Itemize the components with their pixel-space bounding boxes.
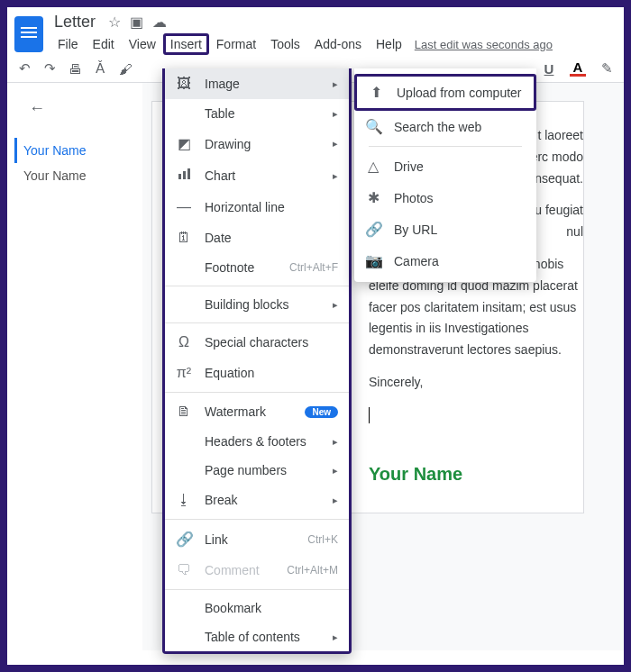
docs-logo-icon[interactable] [14, 16, 43, 52]
insert-drawing[interactable]: ◩ Drawing ▸ [165, 128, 349, 159]
drawing-icon: ◩ [176, 135, 192, 152]
insert-bookmark[interactable]: Bookmark [165, 594, 349, 622]
outline-back-icon[interactable]: ← [14, 99, 135, 118]
insert-link[interactable]: 🔗 Link Ctrl+K [165, 523, 349, 555]
menu-label: Photos [394, 191, 434, 205]
separator [369, 146, 522, 147]
image-by-url[interactable]: 🔗 By URL [354, 213, 536, 245]
menu-help[interactable]: Help [369, 33, 409, 55]
image-camera[interactable]: 📷 Camera [354, 245, 536, 277]
menu-label: Equation [205, 366, 254, 380]
paint-format-icon[interactable]: 🖌 [117, 61, 133, 77]
print-icon[interactable]: 🖶 [67, 61, 83, 77]
highlight-icon[interactable]: ✎ [599, 60, 615, 77]
menu-label: Image [205, 77, 240, 91]
insert-special-characters[interactable]: Ω Special characters [165, 327, 349, 358]
shortcut-text: Ctrl+Alt+F [289, 261, 338, 274]
menu-tools[interactable]: Tools [263, 33, 307, 55]
menu-label: By URL [394, 222, 437, 237]
insert-image[interactable]: 🖼 Image ▸ [165, 68, 349, 99]
chevron-right-icon: ▸ [333, 138, 338, 150]
image-search-web[interactable]: 🔍 Search the web [354, 111, 536, 142]
menu-file[interactable]: File [50, 33, 86, 55]
shortcut-text: Ctrl+Alt+M [287, 564, 338, 577]
shortcut-text: Ctrl+K [307, 533, 338, 546]
insert-equation[interactable]: π² Equation [165, 358, 349, 388]
text-color-button[interactable]: A [570, 60, 586, 77]
camera-icon: 📷 [365, 252, 381, 269]
insert-dropdown: 🖼 Image ▸ Table ▸ ◩ Drawing ▸ Chart ▸ ― … [162, 68, 352, 654]
watermark-icon: 🗎 [176, 404, 192, 420]
star-icon[interactable]: ☆ [108, 14, 121, 31]
chevron-right-icon: ▸ [333, 436, 338, 448]
calendar-icon: 🗓 [176, 230, 192, 246]
move-icon[interactable]: ▣ [130, 14, 143, 31]
menu-label: Watermark [205, 404, 266, 419]
menu-label: Bookmark [205, 601, 261, 615]
menu-bar: File Edit View Insert Format Tools Add-o… [50, 33, 553, 55]
insert-table[interactable]: Table ▸ [165, 99, 349, 128]
menu-label: Headers & footers [205, 434, 306, 449]
insert-headers-footers[interactable]: Headers & footers ▸ [165, 427, 349, 456]
chevron-right-icon: ▸ [333, 495, 338, 506]
menu-addons[interactable]: Add-ons [307, 33, 369, 55]
menu-format[interactable]: Format [209, 33, 263, 55]
chart-icon [176, 167, 192, 185]
search-icon: 🔍 [365, 118, 381, 135]
insert-comment: 🗨 Comment Ctrl+Alt+M [165, 555, 349, 586]
separator [165, 286, 349, 286]
insert-chart[interactable]: Chart ▸ [165, 159, 349, 192]
insert-break[interactable]: ⭳ Break ▸ [165, 485, 349, 515]
menu-label: Drawing [205, 137, 251, 151]
image-upload-from-computer[interactable]: ⬆ Upload from computer [354, 74, 536, 111]
image-drive[interactable]: △ Drive [354, 150, 536, 182]
separator [165, 519, 349, 520]
text-cursor [369, 407, 370, 423]
menu-label: Building blocks [205, 297, 288, 312]
outline-item[interactable]: Your Name [14, 163, 135, 188]
cloud-status-icon[interactable]: ☁ [152, 14, 167, 31]
menu-label: Break [205, 493, 238, 507]
hline-icon: ― [176, 199, 192, 215]
menu-edit[interactable]: Edit [86, 33, 122, 55]
insert-building-blocks[interactable]: Building blocks ▸ [165, 290, 349, 319]
comment-icon: 🗨 [176, 562, 192, 578]
document-title[interactable]: Letter [50, 13, 99, 32]
menu-label: Camera [394, 254, 439, 268]
chevron-right-icon: ▸ [333, 170, 338, 182]
menu-label: Comment [205, 563, 260, 577]
chevron-right-icon: ▸ [333, 299, 338, 311]
menu-label: Horizontal line [205, 200, 285, 214]
last-edit-link[interactable]: Last edit was seconds ago [415, 38, 553, 51]
insert-toc[interactable]: Table of contents ▸ [165, 622, 349, 651]
insert-watermark[interactable]: 🗎 Watermark New [165, 396, 349, 427]
chevron-right-icon: ▸ [333, 465, 338, 477]
separator [165, 322, 349, 323]
spellcheck-icon[interactable]: Ǎ [92, 60, 108, 77]
app-window: Letter ☆ ▣ ☁ File Edit View Insert Forma… [7, 7, 624, 665]
insert-footnote[interactable]: Footnote Ctrl+Alt+F [165, 253, 349, 282]
drive-icon: △ [365, 158, 381, 175]
pi-icon: π² [176, 365, 192, 381]
outline-item[interactable]: Your Name [14, 138, 135, 163]
image-photos[interactable]: ✱ Photos [354, 182, 536, 213]
chevron-right-icon: ▸ [333, 631, 338, 643]
menu-insert[interactable]: Insert [163, 33, 209, 55]
menu-label: Date [205, 231, 232, 245]
outline-panel: ← Your Name Your Name [7, 83, 142, 650]
menu-view[interactable]: View [122, 33, 163, 55]
insert-page-numbers[interactable]: Page numbers ▸ [165, 456, 349, 485]
menu-label: Upload from computer [397, 86, 522, 100]
redo-icon[interactable]: ↷ [41, 60, 58, 77]
insert-date[interactable]: 🗓 Date [165, 222, 349, 253]
undo-icon[interactable]: ↶ [16, 60, 32, 77]
insert-horizontal-line[interactable]: ― Horizontal line [165, 192, 349, 222]
svg-rect-1 [183, 171, 186, 179]
new-badge: New [305, 406, 338, 418]
title-bar: Letter ☆ ▣ ☁ File Edit View Insert Forma… [7, 7, 624, 55]
underline-button[interactable]: U [541, 61, 557, 77]
menu-label: Chart [205, 168, 235, 183]
link-icon: 🔗 [176, 531, 192, 548]
menu-label: Table [205, 106, 234, 121]
menu-label: Search the web [394, 120, 481, 134]
